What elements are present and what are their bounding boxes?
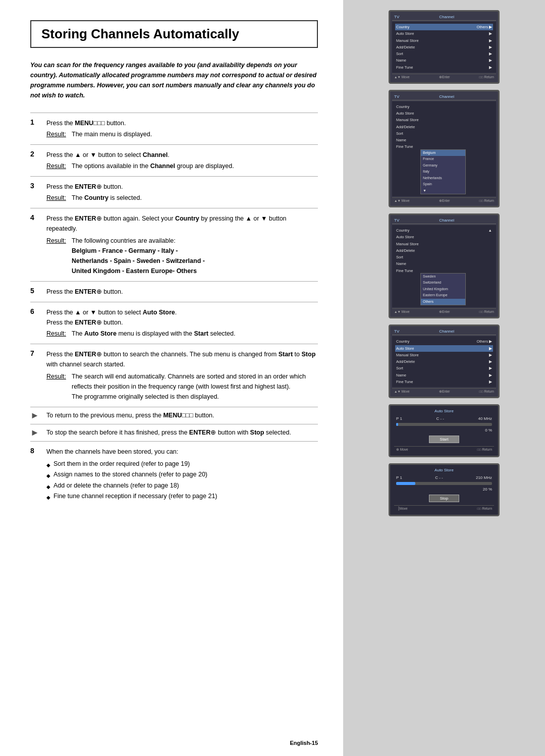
step-2-result: Result: The options available in the Cha…	[46, 161, 318, 171]
dropdown-item: United Kingdom	[421, 286, 465, 293]
step-8: 8 When the channels have been stored, yo…	[30, 441, 318, 507]
tv-header-2: TV Channel	[392, 93, 496, 100]
main-content: Storing Channels Automatically You can s…	[0, 0, 343, 756]
footer-move: ▲▼ Move	[394, 199, 410, 203]
tv-screen-1: TV Channel Country Others ▶ Auto Store▶ …	[389, 10, 500, 84]
bullet-text: Fine tune channel reception if necessary…	[53, 491, 217, 502]
auto-store-screen-1: Auto Store P 1 C - - 40 MHz 0 % Start ⊕ …	[389, 404, 500, 457]
step-5-instruction: Press the ENTER⊕ button.	[46, 288, 123, 295]
step-5-num: 5	[30, 287, 40, 297]
p-label-2: P 1	[396, 475, 402, 480]
dropdown-item: Switzerland	[421, 280, 465, 286]
page-footer: English-15	[290, 740, 318, 746]
note-2: ► To stop the search before it has finis…	[30, 424, 318, 441]
menu-item-value: Others ▶	[476, 24, 492, 30]
list-item: ◆Sort them in the order required (refer …	[46, 459, 318, 469]
menu-item-label: Auto Store	[396, 111, 414, 116]
menu-item-label: Country	[396, 104, 409, 110]
menu-item-label: Sort	[396, 365, 403, 371]
menu-arrow: ▶	[489, 352, 492, 358]
step-4-num: 4	[30, 213, 40, 276]
step-3-instruction: Press the ENTER⊕ button.	[46, 183, 123, 190]
channel-label: Channel	[439, 329, 454, 334]
auto-store-percent-row-2: 20 %	[394, 487, 494, 492]
result-label: Result:	[46, 129, 68, 139]
footer-enter: ⊕Enter	[439, 390, 450, 394]
auto-store-title-1: Auto Store	[394, 409, 494, 413]
step-4-instruction: Press the ENTER⊕ button again. Select yo…	[46, 215, 287, 232]
menu-adddelete-4: Add/Delete▶	[395, 358, 493, 365]
step-2: 2 Press the ▲ or ▼ button to select Chan…	[30, 144, 318, 176]
menu-arrow: ▶	[489, 44, 492, 50]
menu-finetune: Fine Tune▶	[395, 64, 493, 71]
footer-return: □□ Return	[477, 448, 492, 452]
bullet-text: Add or delete the channels (refer to pag…	[53, 480, 179, 491]
menu-name-4: Name▶	[395, 372, 493, 379]
tv-label: TV	[394, 94, 399, 99]
menu-sort-2: Sort	[395, 130, 493, 137]
steps-container: 1 Press the MENU□□□ button. Result: The …	[30, 113, 318, 507]
menu-arrow: ▶	[489, 65, 492, 70]
tv-body-4: Country Others ▶ Auto Store▶ Manual Stor…	[392, 336, 496, 387]
bullet-diamond: ◆	[46, 461, 50, 469]
bullet-diamond: ◆	[46, 482, 50, 491]
note-1: ► To return to the previous menu, press …	[30, 407, 318, 424]
menu-sort-4: Sort▶	[395, 365, 493, 371]
footer-return: □□ Return	[479, 390, 494, 394]
menu-sort: Sort▶	[395, 50, 493, 57]
menu-autostore: Auto Store▶	[395, 30, 493, 37]
c-label-2: C - -	[435, 475, 443, 480]
step-6-instruction: Press the ▲ or ▼ button to select Auto S…	[46, 309, 177, 326]
tv-label: TV	[394, 329, 399, 334]
country-dropdown-1: Belgium France Germany Italy Netherlands…	[420, 149, 466, 195]
menu-manualstore-3: Manual Store	[395, 241, 493, 247]
dropdown-item: Sweden	[421, 274, 465, 280]
step-4-content: Press the ENTER⊕ button again. Select yo…	[46, 213, 318, 276]
menu-item-label: Sort	[396, 131, 403, 136]
stop-button[interactable]: Stop	[429, 495, 459, 502]
menu-item-label: Name	[396, 261, 406, 266]
menu-item-label: Add/Delete	[396, 124, 415, 130]
menu-manualstore-4: Manual Store▶	[395, 352, 493, 358]
menu-adddelete: Add/Delete▶	[395, 44, 493, 50]
menu-arrow: ▶	[489, 38, 492, 43]
bullet-text: Assign names to the stored channels (ref…	[53, 469, 207, 480]
step-1-instruction: Press the MENU□□□ button.	[46, 120, 126, 127]
footer-move: ▲▼ Move	[394, 75, 410, 79]
footer-return: □□ Return	[479, 75, 494, 79]
menu-item-label: Fine Tune	[396, 379, 413, 385]
menu-arrow: ▶	[489, 359, 492, 364]
menu-country-3: Country▲	[395, 227, 493, 234]
menu-item-label: Sort	[396, 254, 403, 260]
tv-header-3: TV Channel	[392, 217, 496, 224]
menu-name-2: Name	[395, 137, 493, 143]
dropdown-item: Netherlands	[421, 175, 465, 182]
menu-sort-3: Sort	[395, 254, 493, 260]
auto-store-row-1: P 1 C - - 40 MHz	[394, 416, 494, 421]
step-7-instruction: Press the ENTER⊕ button to search the ch…	[46, 351, 315, 368]
step-6-result-text: The Auto Store menu is displayed with th…	[72, 329, 318, 339]
menu-arrow: ▶	[489, 346, 492, 351]
step-3-content: Press the ENTER⊕ button. Result: The Cou…	[46, 182, 318, 203]
step-6: 6 Press the ▲ or ▼ button to select Auto…	[30, 302, 318, 344]
step-5-content: Press the ENTER⊕ button.	[46, 287, 318, 297]
dropdown-item: ▼	[421, 188, 465, 194]
menu-item-label: Country	[396, 339, 409, 344]
tv-body-1: Country Others ▶ Auto Store▶ Manual Stor…	[392, 22, 496, 73]
note-2-text: To stop the search before it has finishe…	[46, 427, 291, 438]
step-2-result-text: The options available in the Channel gro…	[72, 161, 318, 171]
mhz-label: 40 MHz	[478, 416, 492, 421]
footer-return: □□ Return	[477, 507, 492, 511]
as-footer-2: ▕ Move □□ Return	[394, 505, 494, 512]
tv-screen-2: TV Channel Country Auto Store Manual Sto…	[389, 90, 500, 207]
footer-move: ⊕ Move	[396, 448, 408, 452]
result-label-3: Result:	[46, 193, 68, 203]
footer-enter: ⊕Enter	[439, 310, 450, 314]
step-3-num: 3	[30, 182, 40, 203]
intro-text: You can scan for the frequency ranges av…	[30, 60, 318, 100]
menu-item-label: Fine Tune	[396, 268, 413, 274]
step-3: 3 Press the ENTER⊕ button. Result: The C…	[30, 176, 318, 208]
tv-screen-4: TV Channel Country Others ▶ Auto Store▶ …	[389, 325, 500, 398]
start-button[interactable]: Start	[429, 436, 459, 443]
progress-bar-2	[396, 482, 492, 485]
